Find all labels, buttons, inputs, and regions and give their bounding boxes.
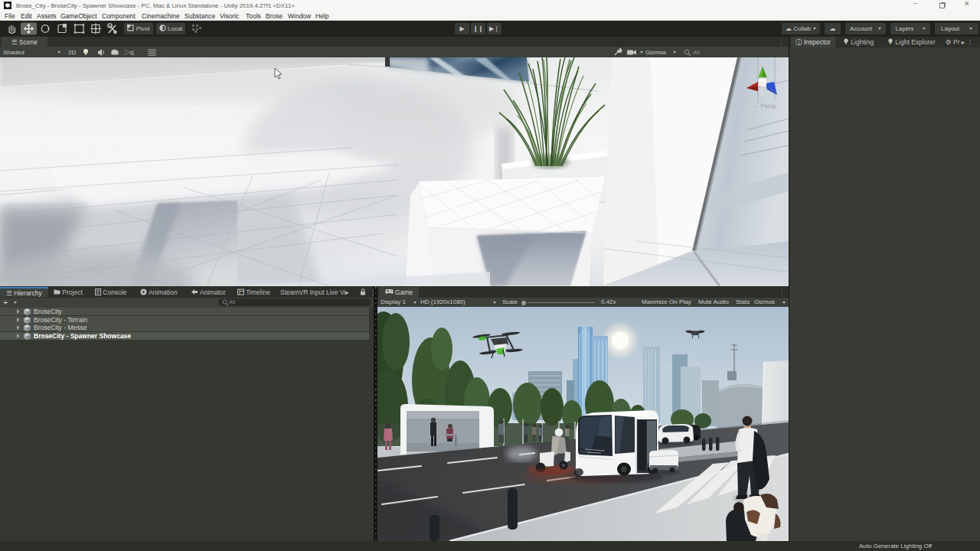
svg-text:← Persp: ← Persp: [753, 103, 777, 109]
